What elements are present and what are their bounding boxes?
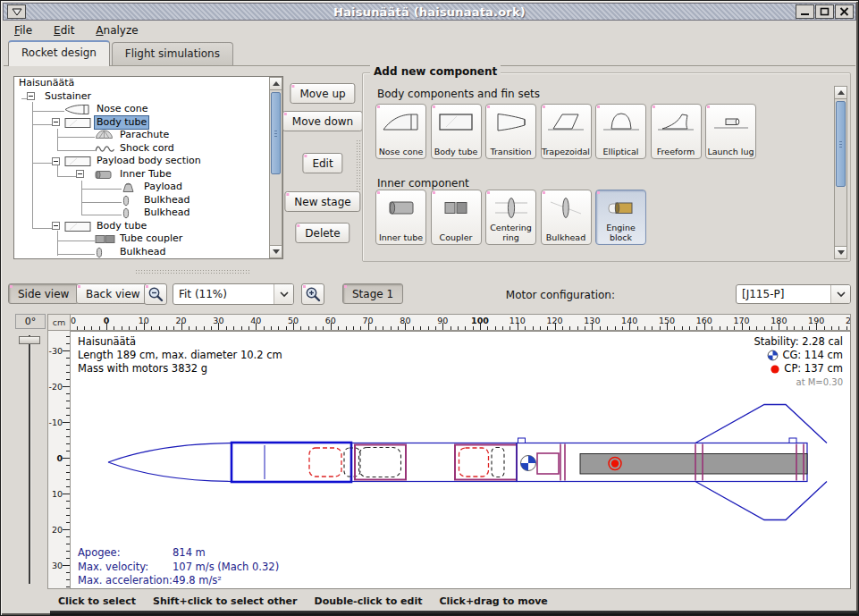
back-view-button[interactable]: Back view xyxy=(76,283,150,304)
add-elliptical-button[interactable]: Elliptical xyxy=(595,104,646,159)
flight-stat-value: 814 m xyxy=(173,546,206,561)
tree-row[interactable]: Parachute xyxy=(14,129,268,142)
tree-item-label[interactable]: Payload body section xyxy=(95,155,203,168)
tree-item-label[interactable]: Inner Tube xyxy=(118,168,173,181)
c-trapezoidal-icon xyxy=(545,110,586,139)
ruler-tick xyxy=(502,326,503,330)
zoom-in-button[interactable] xyxy=(301,283,324,305)
add-body-tube-button[interactable]: Body tube xyxy=(431,104,482,159)
add-engine-block-button[interactable]: Engine block xyxy=(595,190,646,245)
horizontal-splitter[interactable] xyxy=(135,269,251,275)
component-scroll-up[interactable] xyxy=(835,87,846,99)
tab-flight-simulations[interactable]: Flight simulations xyxy=(112,42,233,66)
add-freeform-button[interactable]: Freeform xyxy=(651,104,702,159)
component-scroll-down[interactable] xyxy=(835,246,846,258)
add-transition-button[interactable]: Transition xyxy=(485,104,536,159)
tree-row[interactable]: Bulkhead xyxy=(14,207,268,220)
menu-analyze[interactable]: Analyze xyxy=(85,22,148,38)
tree-row[interactable]: Tube coupler xyxy=(14,232,268,246)
motor-configuration-select[interactable]: [J115-P] xyxy=(736,284,851,304)
close-button[interactable] xyxy=(835,4,854,19)
add-nose-cone-button[interactable]: Nose cone xyxy=(375,104,426,159)
mach-condition: at M=0.30 xyxy=(754,376,843,389)
new-stage-button[interactable]: New stage xyxy=(284,191,360,212)
tree-expander-icon[interactable] xyxy=(52,222,60,230)
stage-1-toggle[interactable]: Stage 1 xyxy=(342,283,403,304)
component-tree: HaisunäätäSustainerNose coneBody tubePar… xyxy=(14,77,268,258)
cg-marker-quadrant xyxy=(528,456,536,464)
tree-row[interactable]: Nose cone xyxy=(14,103,268,116)
maximize-button[interactable] xyxy=(815,4,834,19)
tree-scrollbar-thumb[interactable] xyxy=(271,92,281,174)
menu-edit[interactable]: Edit xyxy=(43,22,85,38)
tree-expander-icon[interactable] xyxy=(52,118,60,126)
tree-expander-icon[interactable] xyxy=(27,92,35,100)
move-up-button[interactable]: Move up xyxy=(290,83,355,104)
tree-row[interactable]: Inner Tube xyxy=(14,168,268,181)
rotation-slider-handle[interactable] xyxy=(19,336,40,344)
titlebar[interactable]: Haisunäätä (haisunaata.ork) xyxy=(3,3,856,21)
minimize-button[interactable] xyxy=(796,4,814,19)
tab-bar: Rocket designFlight simulations xyxy=(4,40,855,66)
motor-mount-outline xyxy=(537,453,559,474)
vertical-splitter[interactable] xyxy=(356,139,362,190)
tree-row[interactable]: Body tube xyxy=(14,220,268,233)
tree-item-label[interactable]: Nose cone xyxy=(95,103,149,116)
component-button-label: Coupler xyxy=(440,233,473,243)
tree-item-label[interactable]: Bulkhead xyxy=(142,207,191,220)
ruler-tick xyxy=(66,465,70,466)
ruler-label: -30 xyxy=(48,346,63,356)
add-bulkhead-button[interactable]: Bulkhead xyxy=(541,190,592,245)
tab-rocket-design[interactable]: Rocket design xyxy=(8,40,110,66)
zoom-level-select[interactable]: Fit (11%) xyxy=(173,283,294,305)
component-scrollbar-thumb[interactable] xyxy=(836,101,846,187)
tree-item-label[interactable]: Body tube xyxy=(95,116,148,130)
tree-item-label[interactable]: Payload xyxy=(142,181,184,194)
tree-row[interactable]: Payload body section xyxy=(14,155,268,168)
tree-item-label[interactable]: Bulkhead xyxy=(142,194,191,207)
tree-scrollbar[interactable] xyxy=(269,77,282,258)
zoom-out-button[interactable] xyxy=(144,283,167,305)
tree-row[interactable]: Bulkhead xyxy=(14,246,268,259)
edit-button[interactable]: Edit xyxy=(302,153,342,173)
tree-item-label[interactable]: Haisunäätä xyxy=(17,77,76,90)
tree-item-label[interactable]: Bulkhead xyxy=(118,246,167,259)
tree-scroll-up[interactable] xyxy=(270,78,282,90)
add-trapezoidal-button[interactable]: Trapezoidal xyxy=(541,104,592,159)
rocket-view-canvas[interactable]: Haisunäätä Length 189 cm, max. diameter … xyxy=(71,331,851,589)
ruler-label: 140 xyxy=(618,316,641,325)
delete-button[interactable]: Delete xyxy=(295,223,349,243)
component-scrollbar[interactable] xyxy=(834,86,847,259)
flight-stat-row: Max. velocity:107 m/s (Mach 0.32) xyxy=(78,561,279,575)
add-centering-ring-button[interactable]: Centering ring xyxy=(485,190,536,245)
tree-item-label[interactable]: Tube coupler xyxy=(118,232,184,246)
side-view-button[interactable]: Side view xyxy=(8,283,79,304)
window-bottom-edge xyxy=(50,611,858,615)
add-launch-lug-button[interactable]: Launch lug xyxy=(705,104,756,159)
tree-row[interactable]: Sustainer xyxy=(14,90,268,104)
ruler-tick xyxy=(66,429,70,430)
tree-expander-icon[interactable] xyxy=(52,157,60,165)
move-down-button[interactable]: Move down xyxy=(282,111,363,131)
menu-file[interactable]: File xyxy=(4,22,43,38)
tree-scroll-down[interactable] xyxy=(270,245,282,257)
rotation-slider-track[interactable] xyxy=(29,335,30,584)
tree-item-label[interactable]: Sustainer xyxy=(43,90,93,104)
tree-expander-icon[interactable] xyxy=(76,170,84,178)
fin-upper xyxy=(695,405,827,443)
tree-row[interactable]: Bulkhead xyxy=(14,194,268,207)
ruler-tick xyxy=(802,326,803,330)
tree-row[interactable]: Payload xyxy=(14,181,268,194)
add-inner-tube-button[interactable]: Inner tube xyxy=(375,190,426,245)
ruler-tick xyxy=(99,326,100,330)
flight-stat-value: 107 m/s (Mach 0.32) xyxy=(173,561,279,575)
tree-row[interactable]: Shock cord xyxy=(14,142,268,156)
tree-connector xyxy=(81,181,82,215)
tree-item-label[interactable]: Body tube xyxy=(95,220,148,233)
tree-item-label[interactable]: Parachute xyxy=(118,129,171,142)
tree-row[interactable]: Haisunäätä xyxy=(14,77,268,90)
tree-row[interactable]: Body tube xyxy=(14,116,268,130)
add-coupler-button[interactable]: Coupler xyxy=(431,190,482,245)
ruler-tick xyxy=(764,326,765,330)
tree-item-label[interactable]: Shock cord xyxy=(118,142,176,156)
